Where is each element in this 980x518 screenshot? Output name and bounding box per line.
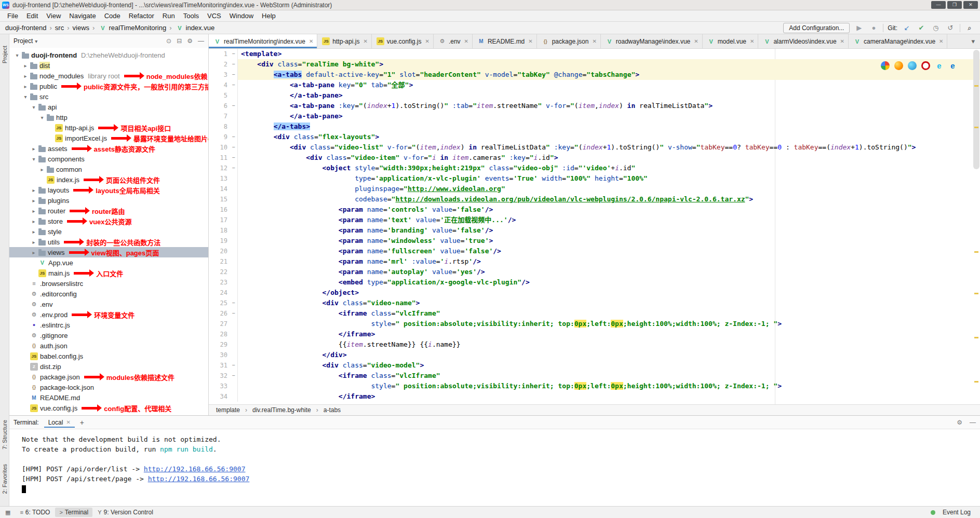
update-project-icon[interactable]: ↙ — [902, 24, 912, 32]
maximize-button[interactable]: ❐ — [947, 1, 962, 9]
editor-tab-readme-md[interactable]: MREADME.md✕ — [473, 34, 537, 48]
code-line[interactable]: 17 <param name='text' value='正在加载视频中...'… — [209, 215, 980, 225]
tree-item-components[interactable]: ▾components — [9, 154, 208, 164]
menu-item-file[interactable]: File — [3, 11, 22, 21]
code-line[interactable]: 25− <div class="video-name"> — [209, 298, 980, 308]
editor-tab--env[interactable]: ⚙.env✕ — [434, 34, 473, 48]
chevron-collapsed-icon[interactable]: ▸ — [30, 208, 37, 214]
run-icon[interactable]: ▶ — [854, 24, 864, 32]
code-line[interactable]: 31− <div class="video-model"> — [209, 360, 980, 371]
editor-tab-alarmvideos-index-vue[interactable]: ValarmVideos\index.vue✕ — [758, 34, 849, 48]
code-line[interactable]: 26− <iframe class="vlcIframe" — [209, 308, 980, 319]
breadcrumb-item-views[interactable]: views — [73, 24, 90, 32]
tree-item-views[interactable]: ▸viewsview视图、pages页面 — [9, 247, 208, 257]
code-line[interactable]: 9− <div class="flex-layouts"> — [209, 132, 980, 142]
code-line[interactable]: 15 codebase="http://downloads.videolan.o… — [209, 194, 980, 205]
editor-tab-http-api-js[interactable]: JShttp-api.js✕ — [317, 34, 371, 48]
chevron-collapsed-icon[interactable]: ▸ — [38, 167, 46, 172]
chevron-collapsed-icon[interactable]: ▸ — [22, 73, 29, 79]
tree-item-style[interactable]: ▸style — [9, 226, 208, 237]
code-line[interactable]: 8 </a-tabs> — [209, 121, 980, 132]
collapse-all-icon[interactable]: ⊟ — [177, 37, 182, 45]
editor-tab-package-json[interactable]: {}package.json✕ — [537, 34, 601, 48]
error-stripe-mark[interactable] — [974, 381, 978, 383]
chevron-expanded-icon[interactable]: ▾ — [38, 115, 46, 120]
close-icon[interactable]: ✕ — [840, 38, 844, 44]
fold-icon[interactable]: − — [230, 132, 238, 142]
minimize-button[interactable]: — — [931, 1, 946, 9]
chevron-collapsed-icon[interactable]: ▸ — [30, 250, 37, 255]
tree-item-assets[interactable]: ▸assetsassets静态资源文件 — [9, 143, 208, 154]
code-line[interactable]: 33 style=" position:absolute;visibility:… — [209, 381, 980, 391]
editor-tab-cameramanage-index-vue[interactable]: VcameraManage\index.vue✕ — [849, 34, 947, 48]
code-line[interactable]: 19 <param name='windowless' value='true'… — [209, 236, 980, 246]
code-line[interactable]: 16 <param name='controls' value='false'/… — [209, 205, 980, 215]
chevron-collapsed-icon[interactable]: ▸ — [30, 198, 37, 203]
menu-item-view[interactable]: View — [42, 11, 65, 21]
code-line[interactable]: 14 pluginspage="http://www.videolan.org" — [209, 184, 980, 194]
fold-icon[interactable]: − — [230, 70, 238, 80]
tree-item-layouts[interactable]: ▸layoutslayouts全局布局相关 — [9, 185, 208, 195]
version-control-toolwindow-button[interactable]: Y9: Version Control — [93, 508, 157, 517]
chevron-expanded-icon[interactable]: ▾ — [22, 94, 29, 100]
close-icon[interactable]: ✕ — [528, 38, 532, 44]
debug-icon[interactable]: ● — [868, 24, 879, 32]
chevron-expanded-icon[interactable]: ▾ — [14, 52, 21, 58]
tree-item-http[interactable]: ▾http — [9, 112, 208, 122]
terminal-output[interactable]: Note that the development build is not o… — [9, 429, 980, 494]
chevron-collapsed-icon[interactable]: ▸ — [30, 239, 37, 245]
tree-item-api[interactable]: ▾api — [9, 102, 208, 112]
tree-item-main-js[interactable]: JSmain.js入口文件 — [9, 268, 208, 278]
settings-icon[interactable]: ⚙ — [187, 37, 193, 45]
tree-item-common[interactable]: ▸common — [9, 164, 208, 174]
code-line[interactable]: 28 </iframe> — [209, 329, 980, 339]
fold-icon[interactable]: − — [230, 80, 238, 90]
close-icon[interactable]: ✕ — [750, 38, 754, 44]
fold-icon[interactable]: − — [230, 360, 238, 371]
breadcrumb-item-src[interactable]: src — [55, 24, 64, 32]
code-line[interactable]: 21 <param name='mrl' :value='i.rtsp'/> — [209, 256, 980, 267]
close-icon[interactable]: ✕ — [66, 419, 70, 425]
fold-icon[interactable]: − — [230, 371, 238, 381]
tree-item-src[interactable]: ▾src — [9, 91, 208, 102]
tree-item-babel-config-js[interactable]: JSbabel.config.js — [9, 351, 208, 361]
close-button[interactable]: ✕ — [963, 1, 978, 9]
code-line[interactable]: 22 <param name='autoplay' value='yes'/> — [209, 267, 980, 277]
fold-icon[interactable]: − — [230, 59, 238, 70]
chevron-collapsed-icon[interactable]: ▸ — [30, 229, 37, 235]
menu-item-window[interactable]: Window — [225, 11, 258, 21]
code-line[interactable]: 4− <a-tab-pane key="0" tab="全部"> — [209, 80, 980, 90]
code-line[interactable]: 29 {{item.streetName}} {{i.name}} — [209, 339, 980, 350]
close-icon[interactable]: ✕ — [309, 38, 313, 44]
breadcrumb-item[interactable]: a-tabs — [323, 406, 342, 414]
history-icon[interactable]: ◷ — [931, 24, 941, 32]
code-line[interactable]: 2− <div class="realTime bg-white"> — [209, 59, 980, 70]
menu-item-run[interactable]: Run — [158, 11, 179, 21]
editor-tab-roadwaymanage-index-vue[interactable]: VroadwayManage\index.vue✕ — [601, 34, 703, 48]
rollback-icon[interactable]: ↺ — [945, 24, 956, 32]
code-line[interactable]: 3− <a-tabs default-active-key="1" slot="… — [209, 70, 980, 80]
add-configuration-button[interactable]: Add Configuration... — [783, 23, 850, 33]
chevron-collapsed-icon[interactable]: ▸ — [30, 146, 37, 152]
tree-item-store[interactable]: ▸storevuex公共资源 — [9, 216, 208, 226]
close-icon[interactable]: ✕ — [694, 38, 698, 44]
chevron-down-icon[interactable]: ▾ — [35, 38, 37, 44]
menu-item-code[interactable]: Code — [100, 11, 125, 21]
fold-icon[interactable]: − — [230, 298, 238, 308]
tree-item--env-prod[interactable]: ⚙.env.prod环境变量文件 — [9, 309, 208, 320]
code-line[interactable]: 12− <object style="width:390px;height:21… — [209, 163, 980, 173]
error-stripe-mark[interactable] — [974, 337, 978, 338]
editor-tab-model-vue[interactable]: Vmodel.vue✕ — [703, 34, 759, 48]
safari-icon[interactable] — [908, 61, 917, 70]
tab-list-icon[interactable]: ▾ — [966, 34, 980, 48]
toolwindow-switcher-icon[interactable]: ▦ — [1, 508, 15, 517]
code-line[interactable]: 10− <div class="video-list" v-for="(item… — [209, 142, 980, 153]
chrome-icon[interactable] — [881, 61, 890, 70]
tree-item-package-lock-json[interactable]: {}package-lock.json — [9, 382, 208, 392]
tree-item-plugins[interactable]: ▸plugins — [9, 195, 208, 206]
tree-item-router[interactable]: ▸routerrouter路由 — [9, 206, 208, 216]
editor-scrollbar[interactable] — [973, 50, 979, 169]
tool-stripe-2-favorites[interactable]: 2: Favorites — [2, 464, 8, 494]
tree-item-importexcel-js[interactable]: JSimportExcel.js暴露环境变量地址给图片or视频资源路径变量相关 — [9, 133, 208, 143]
chevron-expanded-icon[interactable]: ▾ — [30, 104, 37, 110]
